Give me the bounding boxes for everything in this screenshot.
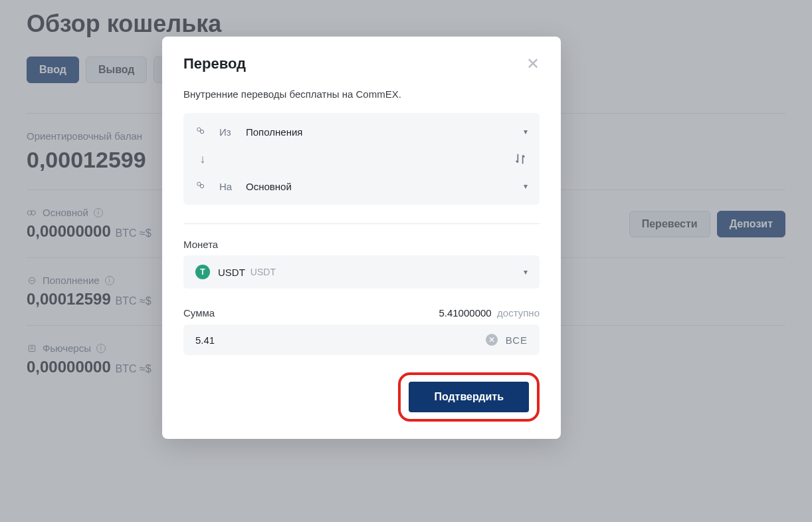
amount-input-box: ✕ ВСЕ [183,325,540,355]
modal-description: Внутренние переводы бесплатны на CommEX. [183,88,540,100]
from-label: Из [219,126,246,138]
swap-icon[interactable] [513,152,528,166]
available-text: доступно [497,307,540,319]
confirm-button[interactable]: Подтвердить [409,382,529,412]
to-wallet-icon [195,180,210,193]
svg-point-5 [200,130,203,133]
chevron-down-icon: ▾ [524,127,528,136]
svg-point-7 [200,184,203,188]
all-button[interactable]: ВСЕ [506,334,528,346]
coin-label: Монета [183,239,540,250]
transfer-direction-box: Из Пополнения ▾ ↓ На Основной ▾ [183,113,540,205]
from-value: Пополнения [246,126,524,138]
chevron-down-icon: ▾ [524,182,528,191]
to-label: На [219,181,246,192]
arrow-down-icon: ↓ [195,152,210,166]
amount-input[interactable] [195,334,486,346]
usdt-icon: T [195,265,210,279]
clear-icon[interactable]: ✕ [486,334,498,346]
coin-name: USDT [251,267,524,277]
coin-select[interactable]: T USDT USDT ▾ [183,255,540,289]
transfer-to-row[interactable]: На Основной ▾ [183,170,540,202]
amount-label: Сумма [183,307,215,319]
modal-title: Перевод [183,55,246,72]
highlight-ring: Подтвердить [398,372,540,422]
transfer-from-row[interactable]: Из Пополнения ▾ [183,116,540,148]
to-value: Основной [246,181,524,192]
close-icon[interactable]: ✕ [526,56,540,72]
available-value: 5.41000000 [439,307,491,319]
chevron-down-icon: ▾ [524,267,528,277]
from-wallet-icon [195,125,210,138]
coin-symbol: USDT [218,267,245,278]
divider [183,223,540,224]
transfer-modal: Перевод ✕ Внутренние переводы бесплатны … [162,37,561,439]
